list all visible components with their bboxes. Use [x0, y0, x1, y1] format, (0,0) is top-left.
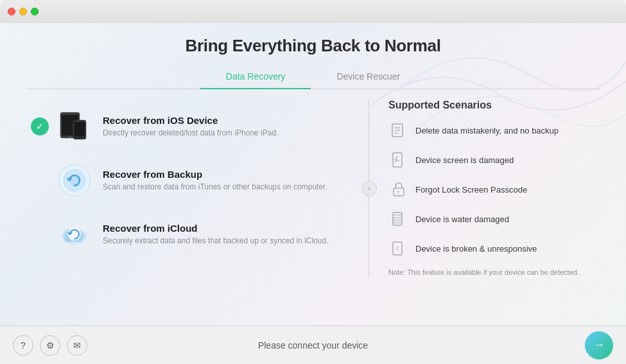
- page-title: Bring Everything Back to Normal: [26, 36, 600, 56]
- ios-option-desc: Directly recover deleted/lost data from …: [103, 128, 338, 139]
- title-bar: [0, 0, 626, 23]
- tabs-container: Data Recovery Device Rescuer: [26, 66, 600, 89]
- backup-check-placeholder: [31, 171, 49, 189]
- main-content: Bring Everything Back to Normal Data Rec…: [0, 23, 626, 325]
- backup-option-text: Recover from Backup Scan and restore dat…: [103, 169, 338, 193]
- tab-device-rescuer[interactable]: Device Rescuer: [311, 66, 426, 89]
- scenario-forgot-passcode: ? Forgot Lock Screen Passcode: [388, 179, 600, 200]
- divider-arrow-icon: ›: [361, 181, 377, 196]
- scenario-note: Note: This feature is available if your …: [388, 268, 600, 277]
- next-arrow-icon: →: [593, 338, 605, 352]
- bottom-bar: ? ⚙ ✉ Please connect your device →: [0, 325, 626, 364]
- scenario-no-backup: Delete data mistakenly, and no backup: [388, 120, 600, 141]
- option-icloud[interactable]: Recover from iCloud Securely extract dat…: [26, 207, 343, 261]
- scenario-water-damaged-text: Device is water damaged: [415, 214, 509, 224]
- scenario-broken: ! Device is broken & unresponsive: [388, 238, 600, 259]
- icloud-icon: [55, 215, 94, 254]
- tab-data-recovery[interactable]: Data Recovery: [200, 66, 311, 89]
- scenarios-col: Supported Scenarios Delete data mistaken…: [382, 100, 600, 277]
- settings-button[interactable]: ⚙: [40, 335, 60, 356]
- check-circle-icon: ✓: [31, 117, 49, 135]
- svg-rect-23: [393, 212, 402, 225]
- maximize-button[interactable]: [31, 8, 39, 15]
- broken-icon: !: [388, 238, 409, 259]
- scenario-forgot-passcode-text: Forgot Lock Screen Passcode: [415, 185, 527, 195]
- scenario-screen-damaged-text: Device screen is damaged: [415, 155, 514, 165]
- svg-rect-4: [74, 122, 85, 136]
- svg-point-8: [69, 175, 80, 186]
- backup-icon: [55, 161, 94, 200]
- backup-option-title: Recover from Backup: [103, 169, 338, 180]
- ios-check: ✓: [31, 117, 49, 135]
- option-ios-device[interactable]: ✓: [26, 100, 343, 153]
- forgot-passcode-icon: ?: [388, 179, 409, 200]
- scenarios-title: Supported Scenarios: [388, 100, 600, 111]
- next-button[interactable]: →: [585, 331, 613, 360]
- two-col-layout: ✓: [26, 100, 600, 277]
- svg-text:!: !: [397, 245, 399, 252]
- ios-device-icon: [55, 107, 94, 146]
- help-button[interactable]: ?: [13, 335, 33, 356]
- mail-button[interactable]: ✉: [67, 335, 87, 356]
- icloud-option-text: Recover from iCloud Securely extract dat…: [103, 223, 338, 247]
- bottom-left-icons: ? ⚙ ✉: [13, 335, 87, 356]
- icloud-option-title: Recover from iCloud: [103, 223, 338, 234]
- scenario-screen-damaged: Device screen is damaged: [388, 150, 600, 170]
- status-text: Please connect your device: [258, 340, 368, 351]
- backup-option-desc: Scan and restore data from iTunes or oth…: [103, 182, 338, 193]
- section-divider: ›: [369, 100, 369, 277]
- scenario-water-damaged: Device is water damaged: [388, 209, 600, 229]
- icloud-check-placeholder: [31, 225, 49, 243]
- minimize-button[interactable]: [19, 8, 27, 15]
- svg-rect-18: [393, 153, 402, 167]
- ios-option-text: Recover from iOS Device Directly recover…: [103, 115, 338, 139]
- svg-text:?: ?: [397, 190, 399, 195]
- ios-option-title: Recover from iOS Device: [103, 115, 338, 126]
- svg-point-2: [69, 136, 71, 138]
- traffic-lights: [8, 8, 39, 15]
- icloud-option-desc: Securely extract data and files that bac…: [103, 236, 338, 247]
- scenario-no-backup-text: Delete data mistakenly, and no backup: [415, 126, 559, 135]
- recovery-options-col: ✓: [26, 100, 356, 277]
- option-backup[interactable]: Recover from Backup Scan and restore dat…: [26, 153, 343, 207]
- scenario-broken-text: Device is broken & unresponsive: [415, 244, 537, 254]
- screen-damaged-icon: [388, 150, 409, 170]
- svg-rect-5: [76, 121, 80, 122]
- no-backup-icon: [388, 120, 409, 141]
- water-damaged-icon: [388, 209, 409, 229]
- close-button[interactable]: [8, 8, 15, 15]
